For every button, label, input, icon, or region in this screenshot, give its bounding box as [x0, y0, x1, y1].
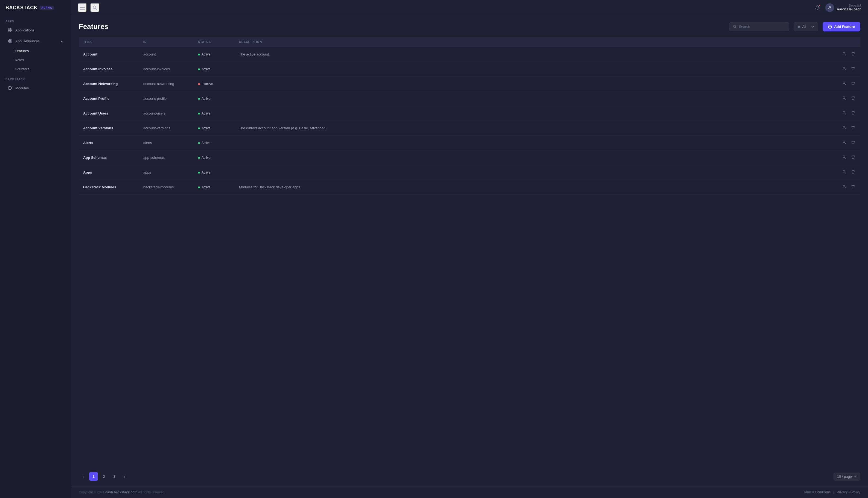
sidebar-item-roles[interactable]: Roles — [2, 56, 69, 64]
page-header: Features All — [71, 15, 868, 37]
pagination-prev[interactable]: ‹ — [79, 472, 88, 481]
delete-icon[interactable] — [850, 66, 856, 73]
sidebar-item-modules[interactable]: Modules — [2, 83, 69, 93]
cell-status: Active — [194, 91, 235, 106]
table-row: Account Invoices account-invoices Active — [79, 62, 860, 77]
modules-icon — [8, 86, 13, 91]
per-page-chevron-icon — [854, 475, 857, 477]
key-icon[interactable] — [841, 169, 847, 176]
search-box[interactable] — [729, 22, 789, 31]
topbar: Backstack Aaron DeLoach — [71, 0, 868, 15]
key-icon[interactable] — [841, 184, 847, 191]
cell-status: Active — [194, 62, 235, 77]
main-content: Features All — [71, 15, 868, 486]
delete-icon[interactable] — [850, 80, 856, 87]
table-row: Account Versions account-versions Active… — [79, 121, 860, 135]
search-button[interactable] — [90, 3, 100, 12]
cell-title: Account — [79, 47, 139, 62]
add-feature-label: Add Feature — [834, 25, 855, 29]
key-icon[interactable] — [841, 124, 847, 131]
cell-status: Active — [194, 180, 235, 195]
status-label: Active — [202, 52, 210, 56]
sidebar-item-counters[interactable]: Counters — [2, 65, 69, 73]
features-table: TITLE ID STATUS DESCRIPTION Account acco… — [79, 37, 860, 195]
user-menu[interactable]: Backstack Aaron DeLoach — [825, 3, 861, 12]
table-row: Account Profile account-profile Active — [79, 91, 860, 106]
per-page-select[interactable]: 10 / page — [833, 473, 860, 481]
cell-status: Inactive — [194, 77, 235, 91]
chevron-down-icon — [812, 26, 814, 28]
table-row: Backstack Modules backstack-modules Acti… — [79, 180, 860, 195]
col-header-id: ID — [139, 37, 194, 47]
chevron-up-icon: ▲ — [61, 40, 63, 43]
sidebar-item-app-resources[interactable]: App Resources ▲ — [2, 36, 69, 46]
terms-link[interactable]: Term & Conditions — [804, 490, 830, 494]
plus-icon — [828, 25, 832, 29]
status-dot — [198, 54, 200, 55]
status-dot — [198, 98, 200, 100]
col-header-status: STATUS — [194, 37, 235, 47]
svg-point-10 — [8, 86, 9, 87]
cell-actions — [837, 135, 860, 150]
cell-actions — [837, 91, 860, 106]
menu-button[interactable] — [78, 3, 87, 12]
cell-description — [235, 91, 837, 106]
per-page-label: 10 / page — [837, 474, 852, 479]
table-row: Alerts alerts Active — [79, 135, 860, 150]
cell-id: account — [139, 47, 194, 62]
status-label: Active — [202, 156, 210, 160]
key-icon[interactable] — [841, 95, 847, 102]
cell-actions — [837, 165, 860, 180]
cell-actions — [837, 106, 860, 121]
sidebar-item-applications[interactable]: Applications — [2, 25, 69, 35]
pagination-next[interactable]: › — [120, 472, 129, 481]
status-dot — [198, 142, 200, 144]
sidebar-item-app-resources-label: App Resources — [15, 39, 40, 43]
privacy-link[interactable]: Privacy & Policy — [837, 490, 860, 494]
sidebar-item-features[interactable]: Features — [2, 47, 69, 55]
cell-title: Apps — [79, 165, 139, 180]
svg-line-22 — [96, 8, 97, 10]
svg-rect-2 — [8, 30, 10, 32]
cell-description — [235, 165, 837, 180]
svg-point-5 — [10, 40, 11, 42]
brand-tag: ALPHA — [40, 6, 54, 10]
table-row: Account account Active The active accoun… — [79, 47, 860, 62]
key-icon[interactable] — [841, 110, 847, 117]
key-icon[interactable] — [841, 51, 847, 58]
key-icon[interactable] — [841, 154, 847, 161]
pagination-page-2[interactable]: 2 — [100, 472, 108, 481]
cell-description: Modules for Backstack developer apps. — [235, 180, 837, 195]
status-label: Active — [202, 126, 210, 130]
cell-actions — [837, 77, 860, 91]
brand-name: BACKSTACK — [5, 5, 38, 11]
cell-title: Account Networking — [79, 77, 139, 91]
notification-dot — [818, 4, 821, 6]
key-icon[interactable] — [841, 140, 847, 146]
delete-icon[interactable] — [850, 51, 856, 58]
status-label: Active — [202, 185, 210, 189]
delete-icon[interactable] — [850, 124, 856, 131]
cell-description — [235, 62, 837, 77]
user-info: Backstack Aaron DeLoach — [837, 4, 861, 11]
delete-icon[interactable] — [850, 140, 856, 146]
delete-icon[interactable] — [850, 154, 856, 161]
key-icon[interactable] — [841, 80, 847, 87]
delete-icon[interactable] — [850, 184, 856, 191]
cell-actions — [837, 180, 860, 195]
svg-line-25 — [735, 27, 737, 28]
pagination-page-1[interactable]: 1 — [89, 472, 98, 481]
key-icon[interactable] — [841, 66, 847, 73]
delete-icon[interactable] — [850, 110, 856, 117]
footer-copyright: Copyright © 2024 dash.backstack.com All … — [79, 490, 165, 494]
delete-icon[interactable] — [850, 169, 856, 176]
add-feature-button[interactable]: Add Feature — [822, 22, 860, 31]
pagination-page-3[interactable]: 3 — [110, 472, 119, 481]
filter-dropdown[interactable]: All — [794, 22, 818, 31]
delete-icon[interactable] — [850, 95, 856, 102]
cell-description: The current account app version (e.g. Ba… — [235, 121, 837, 135]
notifications-button[interactable] — [813, 3, 822, 12]
apps-section-label: APPS — [0, 16, 71, 25]
search-input[interactable] — [739, 25, 786, 29]
cell-id: backstack-modules — [139, 180, 194, 195]
